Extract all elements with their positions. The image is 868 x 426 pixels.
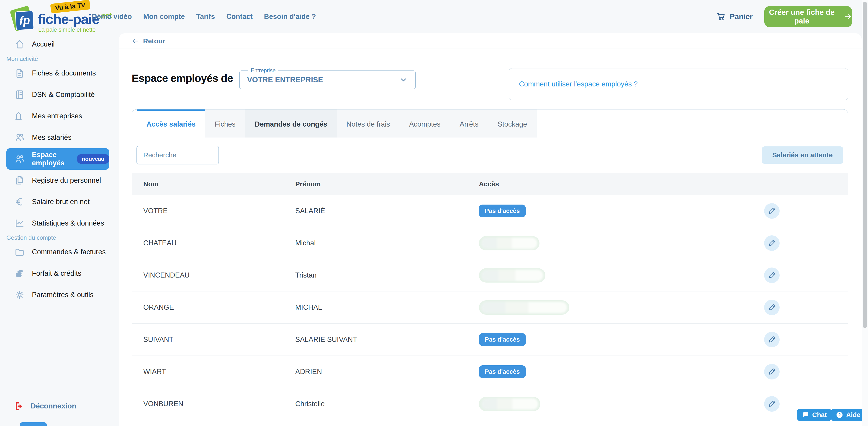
cart-label: Panier — [730, 12, 753, 21]
no-access-badge: Pas d'accès — [479, 365, 526, 378]
company-select-value: VOTRE ENTREPRISE — [247, 76, 323, 84]
no-access-badge: Pas d'accès — [479, 333, 526, 346]
nav-item[interactable]: Démo vidéo — [92, 12, 132, 21]
pencil-icon — [768, 336, 776, 344]
pencil-icon — [768, 239, 776, 247]
pencil-icon — [768, 207, 776, 215]
back-link[interactable]: Retour — [132, 37, 165, 45]
sidebar-item-label: Mes entreprises — [32, 112, 82, 120]
company-select[interactable]: Entreprise VOTRE ENTREPRISE — [239, 70, 416, 89]
employee-name-cell: VONBUREN — [132, 400, 295, 408]
aide-button[interactable]: ? Aide — [831, 409, 865, 421]
tab-stockage[interactable]: Stockage — [488, 110, 536, 138]
edit-employee-button[interactable] — [764, 332, 780, 347]
nav-item[interactable]: Mon compte — [143, 12, 185, 21]
pending-employees-button[interactable]: Salariés en attente — [762, 146, 843, 164]
sidebar-item-accueil[interactable]: Accueil — [0, 33, 119, 55]
sidebar-item-statistiques-donn-es[interactable]: Statistiques & données — [0, 212, 119, 234]
sidebar-item-mes-salari-s[interactable]: Mes salariés — [0, 127, 119, 148]
employee-name-cell: WIART — [132, 368, 295, 376]
sidebar-item-forfait-cr-dits[interactable]: Forfait & crédits — [0, 263, 119, 284]
page-scrollbar[interactable] — [862, 0, 868, 426]
tab-demandes-de-cong-s[interactable]: Demandes de congés — [245, 110, 337, 138]
search-input[interactable] — [136, 146, 219, 164]
folder-icon — [14, 247, 25, 257]
sidebar-item-label: Paramètres & outils — [32, 291, 94, 299]
employee-actions-cell — [764, 364, 848, 379]
tab-fiches[interactable]: Fiches — [205, 110, 245, 138]
table-row: ORANGEMICHAL — [132, 291, 848, 323]
employee-space-card: Accès salariésFichesDemandes de congésNo… — [132, 109, 848, 426]
employee-access-cell: Pas d'accès — [479, 333, 764, 346]
ledger-icon — [14, 89, 25, 100]
edit-employee-button[interactable] — [764, 364, 780, 379]
redacted-access-badge — [479, 268, 546, 283]
employee-name-cell: VINCENDEAU — [132, 271, 295, 279]
nav-item[interactable]: Contact — [226, 12, 252, 21]
cut-off-bottom-button[interactable] — [20, 422, 47, 426]
sidebar-item-mes-entreprises[interactable]: Mes entreprises — [0, 105, 119, 127]
tab-bar: Accès salariésFichesDemandes de congésNo… — [132, 110, 848, 138]
main-content: Retour Espace employés de Entreprise VOT… — [119, 33, 862, 426]
edit-employee-button[interactable] — [764, 300, 780, 315]
create-payslip-label: Créer une fiche de paie — [764, 8, 839, 25]
company-icon — [14, 111, 25, 121]
create-payslip-button[interactable]: Créer une fiche de paie — [764, 6, 852, 27]
nav-item[interactable]: Besoin d'aide ? — [264, 12, 316, 21]
sidebar-item-espace-employ-s[interactable]: Espace employésnouveau — [6, 148, 110, 170]
sidebar-item-label: Registre du personnel — [32, 176, 101, 184]
sidebar-section-label: Gestion du compte — [0, 234, 119, 241]
tab-acc-s-salari-s[interactable]: Accès salariés — [137, 110, 205, 138]
tab-notes-de-frais[interactable]: Notes de frais — [337, 110, 400, 138]
sidebar-item-dsn-comptabilit-[interactable]: DSN & Comptabilité — [0, 84, 119, 105]
logout-button[interactable]: Déconnexion — [0, 395, 76, 417]
chat-button[interactable]: Chat — [797, 409, 831, 421]
employee-access-cell — [479, 397, 764, 411]
sidebar-item-salaire-brut-en-net[interactable]: Salaire brut en net — [0, 191, 119, 212]
employee-firstname-cell: Tristan — [295, 271, 479, 279]
edit-employee-button[interactable] — [764, 235, 780, 251]
employee-actions-cell — [764, 332, 848, 347]
nav-item[interactable]: Tarifs — [196, 12, 215, 21]
sidebar-item-registre-du-personnel[interactable]: Registre du personnel — [0, 170, 119, 191]
employee-firstname-cell: SALARIÉ — [295, 207, 479, 215]
sidebar-item-label: Commandes & factures — [32, 248, 106, 256]
tab-arr-ts[interactable]: Arrêts — [450, 110, 488, 138]
employee-actions-cell — [764, 203, 848, 219]
edit-employee-button[interactable] — [764, 267, 780, 283]
arrow-left-icon — [132, 37, 140, 45]
table-header: NomPrénomAccès — [132, 173, 848, 195]
employee-name-cell: CHATEAU — [132, 239, 295, 247]
pencil-icon — [768, 271, 776, 279]
edit-employee-button[interactable] — [764, 203, 780, 219]
employee-access-cell: Pas d'accès — [479, 204, 764, 217]
tab-acomptes[interactable]: Acomptes — [400, 110, 450, 138]
employees-group-icon — [14, 153, 25, 164]
sidebar-item-param-tres-outils[interactable]: Paramètres & outils — [0, 284, 119, 306]
employees-icon — [14, 132, 25, 143]
scrollbar-thumb[interactable] — [863, 2, 867, 328]
sidebar-item-label: Mes salariés — [32, 134, 71, 142]
euro-icon — [14, 196, 25, 207]
employee-firstname-cell: Christelle — [295, 400, 479, 408]
cart-icon — [716, 11, 726, 22]
employee-access-cell: Pas d'accès — [479, 365, 764, 378]
sidebar-item-fiches-documents[interactable]: Fiches & documents — [0, 62, 119, 84]
edit-employee-button[interactable] — [764, 396, 780, 411]
register-icon — [14, 175, 25, 186]
back-row: Retour — [119, 33, 862, 49]
nouveau-badge: nouveau — [77, 154, 110, 164]
cart-button[interactable]: Panier — [716, 0, 753, 33]
gear-icon — [14, 289, 25, 300]
pencil-icon — [768, 368, 776, 376]
sidebar-item-commandes-factures[interactable]: Commandes & factures — [0, 241, 119, 263]
sidebar-item-label: Espace employés — [32, 151, 67, 167]
redacted-access-badge — [479, 397, 540, 411]
help-link[interactable]: Comment utiliser l'espace employés ? — [519, 80, 638, 88]
toolbar: Salariés en attente — [136, 146, 843, 164]
table-row: VONBURENChristelle — [132, 388, 848, 420]
back-label: Retour — [143, 37, 165, 45]
pencil-icon — [768, 400, 776, 408]
employee-name-cell: SUIVANT — [132, 336, 295, 344]
sidebar-item-label: Fiches & documents — [32, 69, 96, 77]
